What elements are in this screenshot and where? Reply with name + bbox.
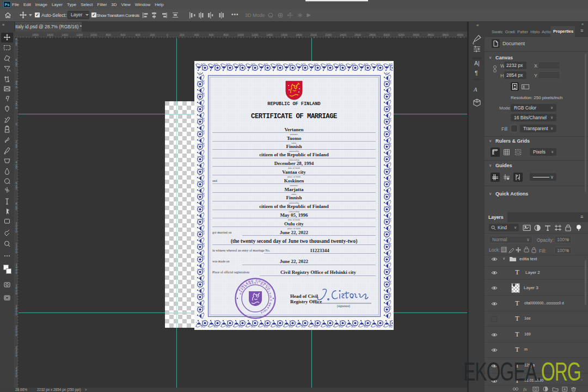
svg-text:3400: 3400 bbox=[413, 33, 419, 36]
svg-text:3000: 3000 bbox=[383, 33, 390, 36]
svg-text:600: 600 bbox=[209, 33, 213, 36]
svg-text:0: 0 bbox=[15, 122, 17, 126]
svg-text:fx: fx bbox=[523, 387, 527, 391]
svg-text:1800: 1800 bbox=[296, 33, 302, 36]
svg-text:0: 0 bbox=[15, 106, 17, 109]
svg-text:0: 0 bbox=[15, 375, 17, 378]
svg-text:800: 800 bbox=[223, 33, 228, 36]
svg-text:2000: 2000 bbox=[310, 33, 317, 36]
svg-text:0: 0 bbox=[15, 145, 17, 149]
svg-text:2800: 2800 bbox=[369, 33, 376, 36]
svg-text:600: 600 bbox=[120, 33, 125, 36]
svg-text:2600: 2600 bbox=[354, 33, 361, 36]
svg-text:4000: 4000 bbox=[457, 33, 463, 36]
svg-text:400: 400 bbox=[194, 33, 199, 36]
svg-text:0: 0 bbox=[15, 250, 17, 254]
svg-text:1800: 1800 bbox=[32, 33, 39, 36]
svg-text:0: 0 bbox=[15, 85, 17, 89]
svg-text:3800: 3800 bbox=[442, 33, 449, 36]
svg-text:0: 0 bbox=[15, 43, 17, 46]
svg-text:0: 0 bbox=[15, 207, 17, 211]
svg-text:2200: 2200 bbox=[325, 33, 332, 36]
svg-text:200: 200 bbox=[179, 33, 184, 36]
svg-text:A: A bbox=[473, 87, 477, 93]
svg-text:3600: 3600 bbox=[427, 33, 434, 36]
svg-text:1400: 1400 bbox=[266, 33, 273, 36]
svg-text:200: 200 bbox=[150, 33, 155, 36]
svg-text:0: 0 bbox=[15, 271, 17, 274]
svg-text:(signature): (signature) bbox=[337, 304, 350, 308]
svg-text:¶: ¶ bbox=[475, 70, 478, 76]
svg-text:1200: 1200 bbox=[76, 33, 83, 36]
svg-text:1400: 1400 bbox=[62, 33, 68, 36]
svg-text:1000: 1000 bbox=[90, 33, 97, 36]
svg-text:800: 800 bbox=[106, 33, 111, 36]
svg-text:0: 0 bbox=[15, 166, 17, 169]
svg-text:0: 0 bbox=[15, 187, 17, 190]
svg-text:A|: A| bbox=[474, 60, 480, 66]
svg-text:1200: 1200 bbox=[252, 33, 258, 36]
svg-text:400: 400 bbox=[135, 33, 140, 36]
svg-text:1600: 1600 bbox=[47, 33, 53, 36]
svg-text:0: 0 bbox=[15, 313, 17, 316]
svg-text:0: 0 bbox=[15, 230, 17, 233]
svg-text:0: 0 bbox=[15, 333, 17, 336]
svg-text:3200: 3200 bbox=[398, 33, 405, 36]
svg-text:1600: 1600 bbox=[281, 33, 287, 36]
svg-text:0: 0 bbox=[166, 33, 168, 36]
svg-text:2400: 2400 bbox=[340, 33, 346, 36]
svg-text:0: 0 bbox=[15, 292, 17, 295]
svg-text:1000: 1000 bbox=[237, 33, 244, 36]
svg-text:0: 0 bbox=[15, 354, 17, 357]
svg-text:0: 0 bbox=[15, 64, 17, 67]
